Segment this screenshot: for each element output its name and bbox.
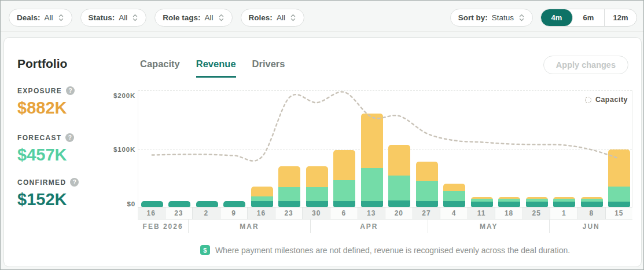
footnote: $ Where payment milestones are not defin… — [138, 245, 632, 255]
bar-segment-confirmed — [498, 202, 520, 207]
date-cell: 2 — [193, 207, 220, 220]
date-cell: 1 — [550, 207, 578, 220]
gridline-100k — [138, 149, 632, 149]
tab-revenue[interactable]: Revenue — [196, 59, 236, 78]
legend-capacity[interactable]: Capacity — [585, 96, 628, 104]
date-cell: 23 — [165, 207, 193, 220]
range-button-6m[interactable]: 6m — [573, 9, 605, 26]
bar-group[interactable] — [141, 201, 163, 207]
bar-group[interactable] — [306, 166, 328, 207]
filter-label: Status: — [89, 13, 115, 22]
tabs: CapacityRevenueDrivers — [140, 59, 285, 78]
bar-segment-exposure — [361, 114, 383, 168]
apply-changes-button[interactable]: Apply changes — [543, 56, 628, 74]
date-cell: 16 — [248, 207, 275, 220]
metric-label-text: EXPOSURE — [17, 87, 62, 95]
filter-label: Role tags: — [163, 13, 200, 22]
dashed-circle-icon — [585, 97, 591, 103]
bar-segment-forecast — [388, 176, 410, 200]
bar-group[interactable] — [526, 197, 548, 207]
bar-group[interactable] — [553, 197, 575, 207]
tab-capacity[interactable]: Capacity — [140, 59, 180, 78]
bar-segment-forecast — [333, 180, 355, 201]
date-cell: 15 — [606, 207, 633, 220]
date-cell: 11 — [468, 207, 496, 220]
bar-segment-forecast — [361, 168, 383, 200]
bar-group[interactable] — [443, 184, 465, 207]
bar-segment-confirmed — [526, 202, 548, 207]
filter-roles[interactable]: Roles:All — [241, 9, 304, 27]
sort-by-dropdown[interactable]: Sort by: Status — [450, 9, 533, 27]
filter-value: All — [45, 13, 53, 22]
range-button-4m[interactable]: 4m — [541, 9, 573, 26]
metric-confirmed: CONFIRMED?$152K — [17, 178, 79, 209]
bar-segment-exposure — [278, 166, 300, 187]
bar-segment-exposure — [306, 166, 328, 187]
range-button-12m[interactable]: 12m — [605, 9, 636, 26]
bar-segment-exposure — [251, 187, 273, 196]
month-apr: APR — [311, 220, 429, 233]
bar-group[interactable] — [223, 201, 245, 207]
filter-role-tags[interactable]: Role tags:All — [154, 9, 232, 27]
bar-group[interactable] — [581, 197, 603, 207]
bar-segment-exposure — [416, 162, 438, 181]
bar-group[interactable] — [416, 162, 438, 207]
bar-segment-confirmed — [168, 201, 190, 207]
filter-group: Deals:AllStatus:AllRole tags:AllRoles:Al… — [9, 9, 304, 27]
bar-group[interactable] — [278, 166, 300, 207]
metric-exposure: EXPOSURE?$882K — [17, 86, 75, 118]
bar-segment-confirmed — [553, 202, 575, 207]
bar-group[interactable] — [196, 201, 218, 207]
bar-segment-confirmed — [141, 201, 163, 207]
filter-status[interactable]: Status:All — [80, 9, 147, 27]
date-cell: 25 — [523, 207, 551, 220]
date-cell: 8 — [578, 207, 606, 220]
bar-segment-confirmed — [581, 202, 603, 207]
gridline-200k — [138, 90, 632, 91]
bar-group[interactable] — [168, 201, 190, 207]
bar-segment-exposure — [333, 150, 355, 180]
date-cell: 9 — [220, 207, 248, 220]
bar-group[interactable] — [498, 197, 520, 207]
bar-segment-forecast — [443, 191, 465, 201]
bar-segment-forecast — [251, 196, 273, 201]
date-cell: 13 — [358, 207, 386, 220]
month-feb-2026: FEB 2026 — [138, 220, 189, 233]
date-cell: 6 — [330, 207, 358, 220]
chart-plot: Capacity — [138, 90, 632, 207]
bar-segment-confirmed — [251, 201, 273, 207]
help-icon[interactable]: ? — [65, 133, 74, 142]
bar-group[interactable] — [251, 187, 273, 207]
help-icon[interactable]: ? — [70, 178, 79, 187]
legend-label: Capacity — [595, 96, 628, 104]
revenue-chart: Capacity 162329162330613202741118251815 … — [138, 90, 632, 233]
filter-value: All — [119, 13, 127, 22]
help-icon[interactable]: ? — [66, 86, 75, 95]
page-title: Portfolio — [17, 57, 67, 71]
filter-value: All — [277, 13, 285, 22]
filter-deals[interactable]: Deals:All — [9, 9, 72, 27]
chevron-updown-icon — [290, 13, 296, 22]
bar-group[interactable] — [608, 149, 630, 207]
bar-segment-forecast — [306, 187, 328, 201]
bar-group[interactable] — [333, 150, 355, 207]
bar-group[interactable] — [388, 145, 410, 207]
x-axis-dates: 162329162330613202741118251815 — [138, 207, 632, 220]
bar-segment-forecast — [608, 187, 630, 202]
topbar-right: Sort by: Status 4m6m12m — [450, 9, 637, 27]
topbar: Deals:AllStatus:AllRole tags:AllRoles:Al… — [1, 1, 643, 32]
date-cell: 20 — [385, 207, 413, 220]
tab-drivers[interactable]: Drivers — [252, 59, 285, 78]
metric-value: $882K — [17, 98, 75, 118]
bar-group[interactable] — [471, 197, 493, 207]
metric-forecast: FORECAST?$457K — [17, 133, 74, 165]
bar-segment-confirmed — [306, 201, 328, 207]
bar-segment-exposure — [388, 145, 410, 176]
month-mar: MAR — [189, 220, 310, 233]
bar-segment-confirmed — [223, 201, 245, 207]
metric-value: $457K — [17, 145, 74, 165]
date-cell: 18 — [495, 207, 523, 220]
bar-group[interactable] — [361, 114, 383, 207]
bar-segment-forecast — [416, 181, 438, 201]
date-cell: 16 — [138, 207, 165, 220]
